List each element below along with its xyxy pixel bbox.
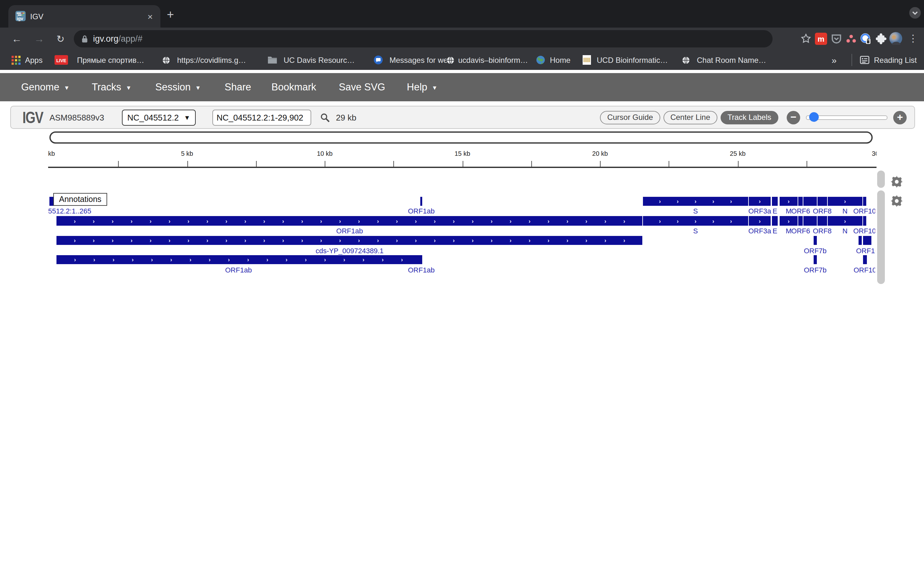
extensions-puzzle-icon[interactable] <box>875 32 887 45</box>
alignment-track[interactable] <box>0 0 873 288</box>
annotations-scroll-handle[interactable] <box>877 190 885 284</box>
app-window: igv IGV × + ← → ↻ igv.org/app/# m ⋮ » Re… <box>0 0 924 288</box>
ruler-gear-icon[interactable] <box>891 176 903 188</box>
browser-menu-icon[interactable]: ⋮ <box>907 32 919 45</box>
annotations-track-label[interactable]: Annotations <box>53 193 107 206</box>
profile-avatar[interactable] <box>889 32 902 45</box>
zoom-in-button[interactable]: + <box>893 111 907 124</box>
annotations-gear-icon[interactable] <box>891 195 903 207</box>
tab-search-icon[interactable] <box>909 6 921 22</box>
ruler-scroll-handle[interactable] <box>877 171 885 188</box>
